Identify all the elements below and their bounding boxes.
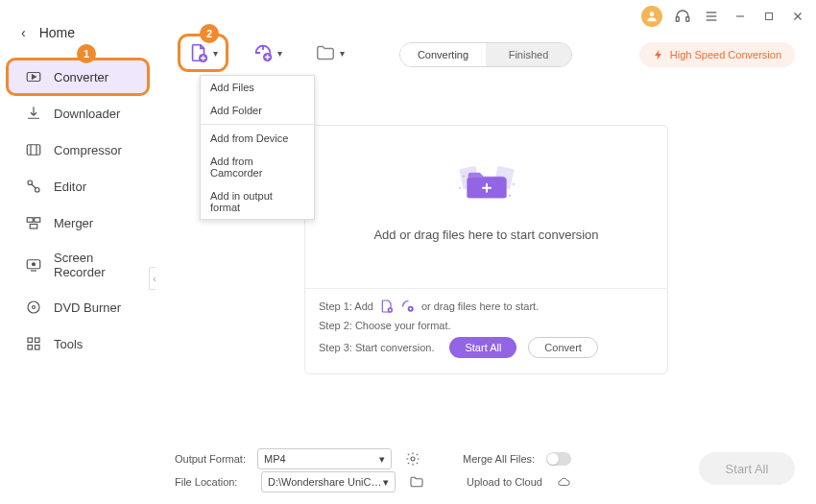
add-file-dropdown: Add Files Add Folder Add from Device Add… (200, 75, 315, 220)
output-settings-icon[interactable] (403, 449, 422, 468)
svg-line-17 (32, 184, 36, 189)
svg-rect-29 (36, 346, 40, 350)
sidebar-item-downloader[interactable]: Downloader (8, 96, 148, 131)
dropdown-item-add-files[interactable]: Add Files (201, 76, 314, 99)
svg-point-24 (28, 301, 39, 313)
converter-icon (25, 68, 42, 85)
merge-toggle[interactable] (546, 452, 571, 466)
add-file-icon (188, 42, 209, 63)
tabs-segment: Converting Finished (399, 42, 572, 67)
tools-icon (25, 335, 42, 352)
sidebar-item-compressor[interactable]: Compressor (8, 132, 148, 167)
hamburger-menu-icon[interactable] (703, 8, 720, 25)
sidebar-item-dvd-burner[interactable]: DVD Burner (8, 290, 148, 324)
chevron-left-icon: ‹ (21, 25, 26, 40)
svg-rect-18 (27, 218, 33, 223)
add-file-mini-icon[interactable] (379, 299, 395, 314)
sidebar-item-label: Editor (54, 180, 86, 194)
callout-badge-2: 2 (200, 24, 219, 43)
svg-point-40 (411, 457, 415, 461)
add-url-mini-icon[interactable] (400, 299, 416, 314)
drop-text: Add or drag files here to start conversi… (373, 228, 598, 242)
output-format-select[interactable]: MP4 ▾ (257, 448, 392, 469)
caret-down-icon: ▾ (379, 453, 385, 466)
svg-point-22 (33, 263, 36, 266)
add-url-button[interactable]: ▾ (247, 36, 288, 69)
close-button[interactable] (789, 8, 806, 25)
dropdown-item-add-output-format[interactable]: Add in output format (201, 184, 314, 219)
open-folder-icon[interactable] (407, 472, 426, 492)
dvd-burner-icon (25, 299, 42, 316)
step-1-line: Step 1: Add or drag files here to start. (319, 299, 654, 314)
svg-rect-7 (766, 13, 773, 20)
svg-rect-1 (676, 17, 679, 22)
file-location-value: D:\Wondershare UniConverter 1 (268, 476, 383, 488)
file-location-label: File Location: (175, 476, 250, 488)
downloader-icon (25, 105, 42, 122)
upload-cloud-label: Upload to Cloud (467, 476, 542, 488)
sidebar-item-label: Screen Recorder (54, 251, 131, 279)
dropdown-item-add-camcorder[interactable]: Add from Camcorder (201, 150, 314, 184)
step3-text: Step 3: Start conversion. (319, 342, 434, 353)
svg-point-37 (513, 183, 515, 185)
sidebar-item-editor[interactable]: Editor (8, 169, 148, 204)
editor-icon (25, 178, 42, 195)
start-all-mini-button[interactable]: Start All (449, 337, 516, 358)
maximize-button[interactable] (760, 8, 778, 25)
home-label: Home (39, 25, 75, 40)
svg-rect-20 (30, 225, 37, 229)
caret-down-icon: ▾ (213, 48, 218, 59)
merge-label: Merge All Files: (463, 453, 535, 465)
cloud-icon[interactable] (554, 472, 573, 492)
high-speed-label: High Speed Conversion (670, 49, 781, 60)
folder-icon (315, 42, 336, 63)
step1-pre: Step 1: Add (319, 300, 373, 312)
svg-point-36 (459, 187, 461, 189)
svg-rect-12 (27, 145, 40, 156)
sidebar-item-merger[interactable]: Merger (8, 205, 148, 240)
svg-rect-28 (28, 346, 33, 350)
svg-marker-11 (33, 75, 36, 80)
step-2-line: Step 2: Choose your format. (319, 320, 654, 331)
tab-converting[interactable]: Converting (400, 43, 486, 66)
tab-finished[interactable]: Finished (486, 43, 571, 66)
output-format-value: MP4 (264, 453, 286, 465)
svg-point-0 (650, 12, 655, 16)
svg-rect-2 (686, 17, 689, 22)
compressor-icon (25, 141, 42, 158)
drop-area[interactable]: Add or drag files here to start conversi… (304, 125, 668, 374)
add-folder-button[interactable]: ▾ (309, 36, 350, 69)
folder-illustration (448, 153, 525, 210)
callout-badge-1: 1 (77, 44, 96, 63)
sidebar-item-label: DVD Burner (54, 300, 121, 315)
high-speed-conversion-button[interactable]: High Speed Conversion (639, 42, 795, 67)
headset-icon[interactable] (674, 8, 691, 25)
dropdown-separator (201, 124, 314, 125)
start-all-button[interactable]: Start All (699, 452, 795, 485)
merger-icon (25, 214, 42, 231)
sidebar-item-tools[interactable]: Tools (8, 326, 148, 361)
caret-down-icon: ▾ (383, 476, 389, 489)
screen-recorder-icon (25, 256, 42, 274)
convert-mini-button[interactable]: Convert (528, 337, 598, 358)
bolt-icon (653, 48, 664, 61)
step-3-line: Step 3: Start conversion. Start All Conv… (319, 337, 654, 358)
caret-down-icon: ▾ (277, 48, 282, 59)
dropdown-item-add-device[interactable]: Add from Device (201, 127, 314, 150)
sidebar-item-label: Converter (54, 70, 108, 84)
dropdown-item-add-folder[interactable]: Add Folder (201, 99, 314, 122)
caret-down-icon: ▾ (340, 48, 345, 59)
add-url-icon (252, 42, 274, 63)
sidebar-item-label: Merger (54, 216, 93, 230)
avatar[interactable] (641, 6, 662, 27)
sidebar-item-label: Compressor (54, 143, 122, 157)
minimize-button[interactable] (732, 8, 749, 25)
sidebar-item-converter[interactable]: Converter (8, 60, 148, 94)
sidebar-item-label: Downloader (54, 107, 120, 121)
svg-rect-27 (36, 338, 40, 343)
sidebar-item-label: Tools (54, 337, 83, 351)
file-location-select[interactable]: D:\Wondershare UniConverter 1 ▾ (261, 471, 396, 492)
svg-rect-19 (35, 218, 40, 223)
output-format-label: Output Format: (175, 453, 246, 465)
sidebar-item-screen-recorder[interactable]: Screen Recorder (8, 242, 148, 288)
